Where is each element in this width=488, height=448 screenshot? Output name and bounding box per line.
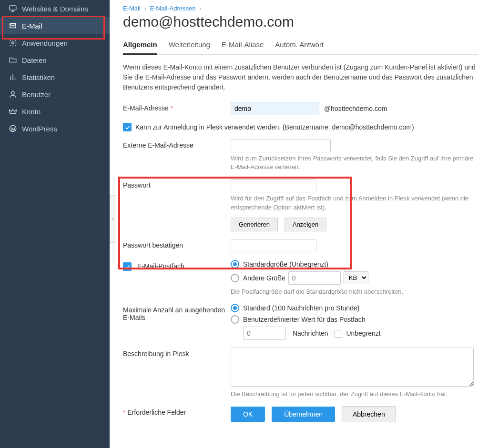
outgoing-default-label: Standard (100 Nachrichten pro Stunde) bbox=[243, 304, 359, 312]
outgoing-label: Maximale Anzahl an ausgehenden E-Mails bbox=[123, 304, 231, 321]
password-help: Wird für den Zugriff auf das Postfach un… bbox=[231, 194, 478, 211]
sidebar-item-files[interactable]: Dateien bbox=[0, 51, 110, 69]
user-icon bbox=[9, 90, 17, 99]
unlimited-checkbox[interactable] bbox=[335, 330, 342, 338]
intro-text: Wenn dieses E-Mail-Konto mit einem zusät… bbox=[123, 62, 478, 92]
outgoing-default-radio[interactable] bbox=[231, 304, 239, 312]
sidebar-item-users[interactable]: Benutzer bbox=[0, 86, 110, 103]
cancel-button[interactable]: Abbrechen bbox=[342, 406, 396, 422]
collapse-handle[interactable]: ‹ bbox=[110, 195, 116, 243]
sidebar-item-label: E-Mail bbox=[22, 22, 42, 30]
size-other-label: Andere Größe bbox=[243, 274, 285, 282]
outgoing-unit: Nachrichten bbox=[293, 329, 328, 337]
external-help: Wird zum Zurücksetzen Ihres Passworts ve… bbox=[231, 154, 478, 171]
breadcrumb: E-Mail › E-Mail-Adressen › bbox=[123, 5, 478, 12]
password-confirm-input[interactable] bbox=[231, 239, 316, 252]
crown-icon bbox=[9, 107, 17, 116]
sidebar-item-label: Statistiken bbox=[22, 73, 55, 81]
sidebar-item-stats[interactable]: Statistiken bbox=[0, 69, 110, 86]
outgoing-value-input[interactable] bbox=[243, 327, 286, 340]
svg-point-7 bbox=[11, 91, 14, 94]
sidebar-item-email[interactable]: E-Mail bbox=[0, 17, 110, 34]
password-confirm-label: Passwort bestätigen bbox=[123, 239, 231, 249]
size-unit-select[interactable]: KB bbox=[344, 271, 368, 284]
external-label: Externe E-Mail-Adresse bbox=[123, 139, 231, 149]
size-help: Die Postfachgröße darf die Standardgröße… bbox=[231, 288, 478, 296]
sidebar-item-label: Websites & Domains bbox=[22, 5, 88, 13]
sidebar-item-label: WordPress bbox=[22, 125, 57, 133]
email-label: E-Mail-Adresse * bbox=[123, 102, 231, 112]
password-input[interactable] bbox=[231, 179, 316, 192]
email-input[interactable] bbox=[231, 102, 319, 115]
description-label: Beschreibung in Plesk bbox=[123, 348, 231, 358]
description-help: Die Beschreibung ist für jeden sichtbar,… bbox=[231, 390, 478, 398]
breadcrumb-addresses[interactable]: E-Mail-Adressen bbox=[150, 5, 195, 12]
outgoing-custom-radio[interactable] bbox=[231, 315, 239, 324]
size-other-radio[interactable] bbox=[231, 274, 239, 282]
tab-autoreply[interactable]: Autom. Antwort bbox=[275, 38, 324, 54]
required-note: * Erforderliche Felder bbox=[123, 406, 231, 416]
size-other-input[interactable] bbox=[288, 271, 341, 285]
sidebar: Websites & Domains E-Mail Anwendungen Da… bbox=[0, 0, 110, 448]
size-default-radio[interactable] bbox=[231, 260, 239, 269]
external-email-input[interactable] bbox=[231, 139, 331, 152]
generate-button[interactable]: Generieren bbox=[231, 218, 278, 231]
login-checkbox[interactable] bbox=[123, 123, 132, 131]
main-content: E-Mail › E-Mail-Adressen › demo@hosttech… bbox=[110, 0, 488, 448]
size-default-label: Standardgröße (Unbegrenzt) bbox=[243, 260, 328, 268]
sidebar-item-apps[interactable]: Anwendungen bbox=[0, 34, 110, 51]
sidebar-item-wordpress[interactable]: WordPress bbox=[0, 120, 110, 137]
folder-icon bbox=[9, 56, 17, 64]
svg-rect-0 bbox=[10, 6, 16, 10]
password-label: Passwort bbox=[123, 179, 231, 189]
mailbox-label: E-Mail-Postfach bbox=[137, 262, 184, 270]
outgoing-custom-label: Benutzerdefinierter Wert für das Postfac… bbox=[243, 316, 366, 323]
mailbox-checkbox[interactable] bbox=[123, 262, 132, 271]
svg-point-3 bbox=[12, 42, 14, 44]
wordpress-icon bbox=[9, 124, 17, 133]
tab-aliases[interactable]: E-Mail-Aliase bbox=[222, 38, 264, 54]
login-checkbox-label: Kann zur Anmeldung in Plesk verwendet we… bbox=[135, 123, 414, 131]
sidebar-item-label: Anwendungen bbox=[22, 39, 68, 47]
page-title: demo@hosttechdemo.com bbox=[123, 14, 478, 30]
tab-forwarding[interactable]: Weiterleitung bbox=[169, 38, 210, 54]
apply-button[interactable]: Übernehmen bbox=[272, 407, 335, 422]
stats-icon bbox=[9, 73, 17, 81]
sidebar-item-account[interactable]: Konto bbox=[0, 103, 110, 120]
tabs: Allgemein Weiterleitung E-Mail-Aliase Au… bbox=[123, 38, 478, 55]
breadcrumb-email[interactable]: E-Mail bbox=[123, 5, 141, 12]
mail-icon bbox=[9, 21, 17, 30]
ok-button[interactable]: OK bbox=[231, 407, 265, 422]
chevron-right-icon: › bbox=[144, 5, 146, 12]
description-textarea[interactable] bbox=[231, 348, 474, 387]
sidebar-item-label: Dateien bbox=[22, 56, 47, 64]
domain-suffix: @hosttechdemo.com bbox=[324, 105, 387, 112]
chevron-right-icon: › bbox=[199, 5, 201, 12]
sidebar-item-label: Konto bbox=[22, 108, 41, 116]
tab-general[interactable]: Allgemein bbox=[123, 38, 157, 55]
sidebar-item-label: Benutzer bbox=[22, 90, 51, 99]
unlimited-label: Unbegrenzt bbox=[346, 329, 380, 337]
show-button[interactable]: Anzeigen bbox=[285, 218, 326, 231]
gear-icon bbox=[9, 39, 17, 47]
sidebar-item-websites[interactable]: Websites & Domains bbox=[0, 0, 110, 17]
monitor-icon bbox=[9, 4, 17, 13]
